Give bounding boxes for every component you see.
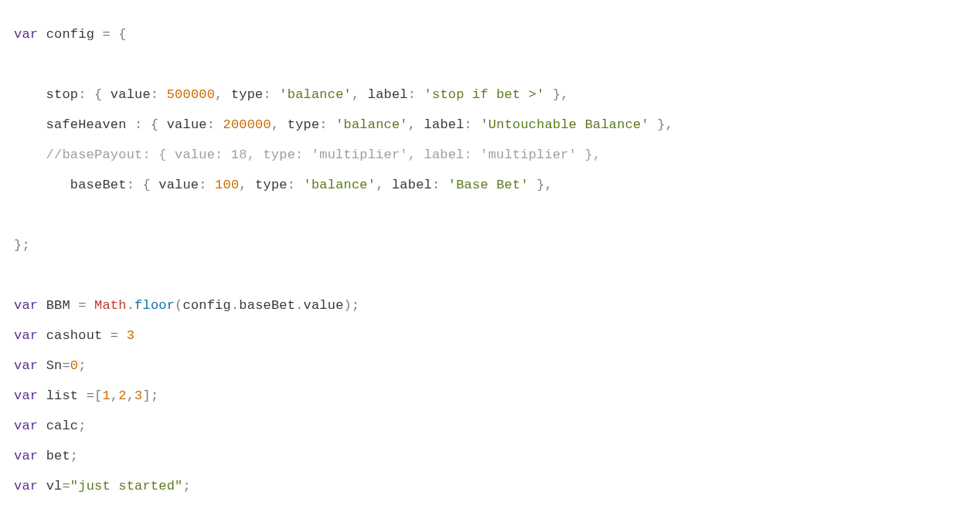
colon: :: [151, 87, 158, 102]
number: 1: [102, 388, 110, 403]
identifier: list: [46, 388, 79, 403]
semicolon: ;: [78, 358, 86, 373]
colon: :: [408, 87, 416, 102]
identifier: config: [183, 298, 231, 313]
brace: }: [553, 87, 560, 102]
keyword-var: var: [14, 449, 38, 463]
operator: =: [62, 479, 70, 493]
dot: .: [127, 298, 134, 313]
comma: ,: [239, 178, 247, 192]
comma: ,: [665, 117, 673, 132]
identifier: value: [111, 87, 151, 102]
bracket: ]: [142, 388, 150, 403]
identifier: type: [231, 87, 264, 102]
string: 'balance': [335, 117, 408, 132]
identifier: baseBet: [239, 298, 295, 313]
string: "just started": [70, 479, 183, 493]
comma: ,: [352, 87, 359, 102]
code-line: var list =[1,2,3];: [14, 388, 158, 403]
identifier: value: [158, 178, 199, 192]
object-math: Math: [94, 298, 127, 313]
dot: .: [295, 298, 303, 313]
code-line: baseBet: { value: 100, type: 'balance', …: [14, 178, 553, 192]
colon: :: [464, 117, 472, 132]
code-block: var config = { stop: { value: 500000, ty…: [0, 0, 980, 512]
identifier: baseBet: [70, 178, 127, 192]
keyword-var: var: [14, 419, 38, 433]
operator: =: [111, 328, 118, 343]
string: 'Base Bet': [448, 178, 529, 192]
operator: =: [102, 27, 110, 42]
code-line: };: [14, 238, 30, 253]
string: 'balance': [279, 87, 352, 102]
semicolon: ;: [22, 238, 29, 253]
identifier: type: [255, 178, 288, 192]
keyword-var: var: [14, 27, 38, 42]
string: 'balance': [304, 178, 376, 192]
keyword-var: var: [14, 328, 38, 343]
code-line: var Sn=0;: [14, 358, 87, 373]
brace: {: [94, 87, 102, 102]
identifier: calc: [46, 419, 79, 433]
identifier: stop: [46, 87, 79, 102]
comma: ,: [127, 388, 134, 403]
colon: :: [134, 117, 142, 132]
identifier: value: [304, 298, 344, 313]
paren: ): [344, 298, 352, 313]
number: 100: [215, 178, 239, 192]
code-line: var cashout = 3: [14, 328, 134, 343]
colon: :: [199, 178, 206, 192]
number: 0: [70, 358, 78, 373]
code-line: var bet;: [14, 449, 78, 463]
bracket: [: [94, 388, 102, 403]
colon: :: [264, 87, 271, 102]
code-line: var calc;: [14, 419, 87, 433]
colon: :: [127, 178, 134, 192]
colon: :: [288, 178, 295, 192]
keyword-var: var: [14, 358, 38, 373]
colon: :: [78, 87, 86, 102]
semicolon: ;: [70, 449, 78, 463]
semicolon: ;: [78, 419, 86, 433]
comma: ,: [271, 117, 279, 132]
code-line: var config = {: [14, 27, 127, 42]
colon: :: [319, 117, 327, 132]
comma: ,: [111, 388, 118, 403]
identifier: bet: [46, 449, 70, 463]
string: 'stop if bet >': [424, 87, 545, 102]
semicolon: ;: [151, 388, 158, 403]
identifier: config: [46, 27, 94, 42]
brace: }: [536, 178, 544, 192]
code-line: stop: { value: 500000, type: 'balance', …: [14, 87, 569, 102]
operator: =: [62, 358, 70, 373]
operator: =: [87, 388, 94, 403]
code-line: safeHeaven : { value: 200000, type: 'bal…: [14, 117, 673, 132]
code-line: var BBM = Math.floor(config.baseBet.valu…: [14, 298, 359, 313]
identifier: value: [167, 117, 207, 132]
number: 3: [127, 328, 134, 343]
identifier: label: [424, 117, 464, 132]
number: 3: [134, 388, 142, 403]
keyword-var: var: [14, 388, 38, 403]
brace: }: [657, 117, 665, 132]
colon: :: [432, 178, 440, 192]
colon: :: [207, 117, 215, 132]
comma: ,: [215, 87, 223, 102]
identifier: label: [368, 87, 408, 102]
semicolon: ;: [352, 298, 359, 313]
number: 200000: [223, 117, 271, 132]
comment: //basePayout: { value: 18, type: 'multip…: [46, 147, 601, 162]
comma: ,: [376, 178, 383, 192]
code-line: //basePayout: { value: 18, type: 'multip…: [14, 147, 601, 162]
identifier: vl: [46, 479, 63, 493]
keyword-var: var: [14, 298, 38, 313]
comma: ,: [545, 178, 553, 192]
brace: }: [14, 238, 22, 253]
operator: =: [78, 298, 86, 313]
identifier: cashout: [46, 328, 103, 343]
function-floor: floor: [134, 298, 175, 313]
identifier: safeHeaven: [46, 117, 127, 132]
string: 'Untouchable Balance': [480, 117, 648, 132]
keyword-var: var: [14, 479, 38, 493]
identifier: label: [392, 178, 432, 192]
